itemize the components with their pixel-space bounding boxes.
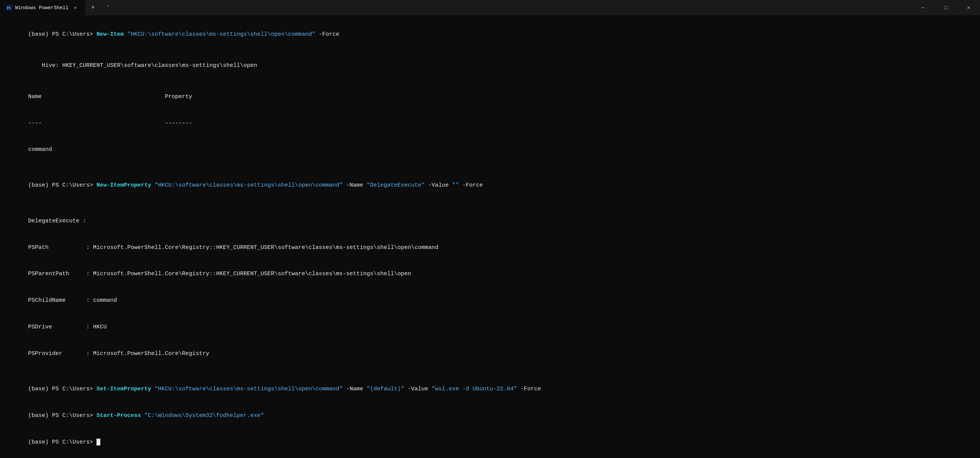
prop-delegate: DelegateExecute : [28,218,86,224]
spacer-8 [8,371,972,376]
close-icon: ✕ [967,5,970,11]
param-force-2: -Force [459,182,483,188]
spacer-5 [8,199,972,203]
hive-value: HKEY_CURRENT_USER\software\classes\ms-se… [62,62,257,69]
param-name-flag-3: -Name [343,386,367,392]
prop-psparentpath-line: PSParentPath : Microsoft.PowerShell.Core… [8,261,972,287]
param-name-val-3: "(default)" [367,386,404,392]
new-tab-button[interactable]: + [85,0,100,15]
command-line-4: (base) PS C:\Users> Start-Process "C:\Wi… [8,402,972,429]
prop-psparentpath-val: Microsoft.PowerShell.Core\Registry::HKEY… [93,271,411,277]
active-tab[interactable]: PS Windows PowerShell ✕ [0,0,85,15]
prop-psdrive-line: PSDrive : HKCU [8,314,972,341]
cmd-set-itemproperty: Set-ItemProperty [97,386,151,392]
param-value-val-3: "wsl.exe -d Ubuntu-22.04" [431,386,517,392]
minimize-icon: ─ [921,5,924,11]
new-tab-icon: + [91,4,95,11]
prompt-2: (base) PS C:\Users> [28,182,97,188]
titlebar-left: PS Windows PowerShell ✕ + ˅ [0,0,116,15]
param-value-flag-3: -Value [404,386,431,392]
spacer-1 [8,48,972,53]
prop-psparentpath-label: PSParentPath : [28,271,93,277]
cmd-new-item: New-Item [97,31,124,38]
param-force-3: -Force [517,386,541,392]
prop-pschildname-label: PSChildName : [28,297,93,304]
prop-pspath-label: PSPath : [28,244,93,251]
hive-indent: Hive: [28,62,62,69]
tab-close-button[interactable]: ✕ [72,4,79,11]
cmd-start-process: Start-Process [97,412,141,419]
prop-psprovider-label: PSProvider : [28,350,93,357]
tab-dropdown-button[interactable]: ˅ [100,0,116,15]
prop-pschildname-line: PSChildName : command [8,287,972,314]
spacer-6 [8,203,972,208]
prop-psdrive-val: HKCU [93,324,107,330]
dropdown-icon: ˅ [107,5,109,11]
tab-label: Windows PowerShell [15,5,68,11]
col-dash-spacer [42,120,165,126]
prop-psprovider-val: Microsoft.PowerShell.Core\Registry [93,350,209,357]
command-line-3: (base) PS C:\Users> Set-ItemProperty "HK… [8,376,972,402]
param-value-flag: -Value [425,182,452,188]
arg-path-1: "HKCU:\software\classes\ms-settings\shel… [124,31,315,38]
cmd-name-value: command [28,146,52,153]
prompt-3: (base) PS C:\Users> [28,386,97,392]
col-property-header: Property [165,94,192,100]
prop-delegate-line: DelegateExecute : [8,208,972,235]
prompt-5: (base) PS C:\Users> [28,439,97,445]
prop-psprovider-line: PSProvider : Microsoft.PowerShell.Core\R… [8,340,972,367]
column-dashes: ---- -------- [8,110,972,136]
prop-psdrive-label: PSDrive : [28,324,93,330]
prompt-4: (base) PS C:\Users> [28,412,97,419]
spacer-2 [8,79,972,84]
svg-text:PS: PS [7,6,11,10]
prop-pschildname-val: command [93,297,117,304]
command-row: command [8,136,972,163]
window-controls: ─ □ ✕ [912,0,980,15]
spacer-3 [8,163,972,168]
hive-line: Hive: HKEY_CURRENT_USER\software\classes… [8,53,972,79]
arg-path-2: "HKCU:\software\classes\ms-settings\shel… [151,182,343,188]
powershell-icon: PS [6,5,12,11]
titlebar: PS Windows PowerShell ✕ + ˅ ─ □ ✕ [0,0,980,15]
minimize-button[interactable]: ─ [912,0,934,15]
col-name-dash: ---- [28,120,42,126]
active-prompt-line: (base) PS C:\Users> [8,429,972,456]
prop-pspath-line: PSPath : Microsoft.PowerShell.Core\Regis… [8,234,972,261]
command-line-2: (base) PS C:\Users> New-ItemProperty "HK… [8,172,972,199]
powershell-window: PS Windows PowerShell ✕ + ˅ ─ □ ✕ [0,0,980,458]
arg-path-4: "C:\Windows\System32\fodhelper.exe" [141,412,264,419]
spacer-4 [8,168,972,172]
maximize-icon: □ [944,5,947,11]
command-line-1: (base) PS C:\Users> New-Item "HKCU:\soft… [8,21,972,48]
col-name-header: Name [28,94,42,100]
maximize-button[interactable]: □ [934,0,957,15]
terminal-body[interactable]: (base) PS C:\Users> New-Item "HKCU:\soft… [0,15,980,458]
arg-path-3: "HKCU:\software\classes\ms-settings\shel… [151,386,343,392]
prompt-1: (base) PS C:\Users> [28,31,97,38]
param-force-1: -Force [315,31,339,38]
spacer-7 [8,367,972,371]
cursor [97,439,100,445]
column-headers: Name Property [8,84,972,110]
param-value-val: "" [452,182,459,188]
col-property-dash: -------- [165,120,192,126]
cmd-new-itemproperty: New-ItemProperty [97,182,151,188]
param-name-flag: -Name [343,182,367,188]
prop-pspath-val: Microsoft.PowerShell.Core\Registry::HKEY… [93,244,438,251]
col-header-spacer [42,94,165,100]
close-button[interactable]: ✕ [957,0,980,15]
param-name-val: "DelegateExecute" [367,182,425,188]
